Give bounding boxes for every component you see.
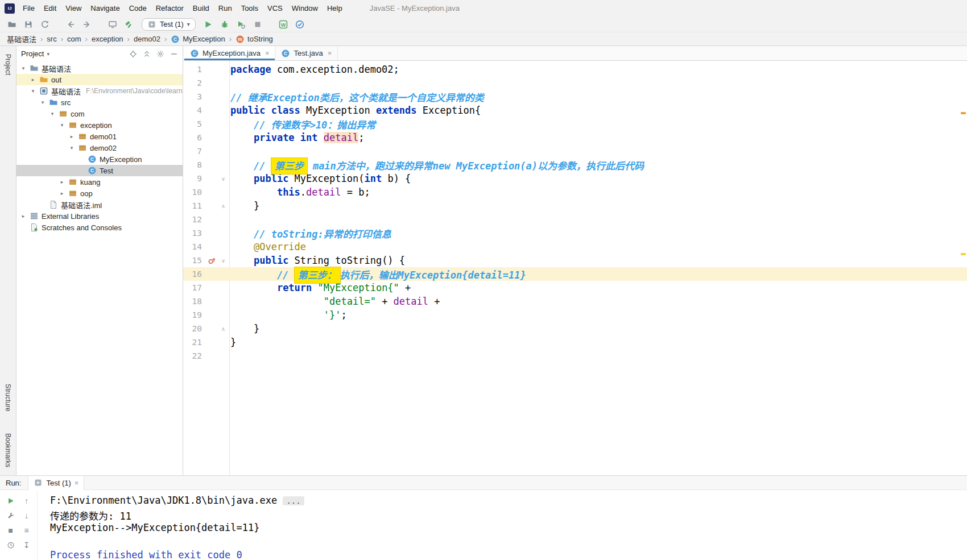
menu-item-vcs[interactable]: VCS <box>263 2 287 14</box>
tree-item[interactable]: ▾基础语法F:\Environment\Java\code\learni <box>16 85 183 97</box>
toolwindow-structure-button[interactable]: Structure <box>4 380 12 415</box>
menu-item-build[interactable]: Build <box>188 2 214 14</box>
editor-scrollbar[interactable] <box>959 61 967 475</box>
chevron-down-icon[interactable]: ▾ <box>68 145 75 151</box>
next-occurrence-button[interactable]: ↓ <box>19 508 35 523</box>
close-icon[interactable]: × <box>75 479 79 487</box>
tree-item[interactable]: ▾src <box>16 97 183 108</box>
code-line[interactable]: 5 // 传递数字>10：抛出异常 <box>183 117 967 131</box>
editor-tab[interactable]: CTest.java× <box>275 46 338 60</box>
back-button[interactable] <box>63 18 77 31</box>
menu-item-run[interactable]: Run <box>214 2 237 14</box>
chevron-right-icon[interactable]: ▸ <box>59 179 65 185</box>
stop-process-button[interactable]: ■ <box>3 523 19 538</box>
stop-button[interactable] <box>251 18 265 31</box>
menu-item-code[interactable]: Code <box>125 2 151 14</box>
code-line[interactable]: 1package com.exception.demo02; <box>183 63 967 76</box>
chevron-down-icon[interactable]: ▾ <box>47 51 49 57</box>
breadcrumb-item[interactable]: 基础语法 <box>6 33 38 45</box>
edit-config-button[interactable] <box>3 508 19 523</box>
build-button[interactable] <box>122 18 136 31</box>
fold-down-icon[interactable]: ∨ <box>217 176 229 182</box>
close-icon[interactable]: × <box>265 49 270 57</box>
prev-occurrence-button[interactable]: ↑ <box>19 493 35 508</box>
menu-item-view[interactable]: View <box>61 2 86 14</box>
code-line[interactable]: 14 @Override <box>183 240 967 254</box>
fold-up-icon[interactable]: ∧ <box>217 326 229 332</box>
tree-item[interactable]: ▾exception <box>16 119 183 131</box>
breadcrumb-item[interactable]: com <box>66 34 82 44</box>
toolwindow-project-button[interactable]: Project <box>4 51 12 78</box>
close-icon[interactable]: × <box>328 49 332 57</box>
gear-icon[interactable] <box>156 50 164 58</box>
code-line[interactable]: 2 <box>183 76 967 90</box>
code-line[interactable]: 13 // toString:异常的打印信息 <box>183 226 967 240</box>
code-line[interactable]: 11∧ } <box>183 199 967 213</box>
breadcrumb-item[interactable]: exception <box>90 34 125 44</box>
debug-button[interactable] <box>218 18 232 31</box>
save-all-button[interactable] <box>21 18 35 31</box>
code-line[interactable]: 12 <box>183 213 967 226</box>
sync-button[interactable] <box>38 18 52 31</box>
code-line[interactable]: 18 "detail=" + detail + <box>183 294 967 308</box>
code-line[interactable]: 19 '}'; <box>183 308 967 322</box>
menu-item-refactor[interactable]: Refactor <box>151 2 188 14</box>
open-button[interactable] <box>5 18 19 31</box>
code-line[interactable]: 4public class MyException extends Except… <box>183 103 967 117</box>
history-button[interactable] <box>3 538 19 553</box>
fold-down-icon[interactable]: ∨ <box>217 258 229 264</box>
tree-item[interactable]: ▾demo02 <box>16 142 183 154</box>
tree-item[interactable]: Scratches and Consoles <box>16 222 183 233</box>
chevron-down-icon[interactable]: ▾ <box>49 111 56 117</box>
toolbar-monitor-button[interactable] <box>105 18 119 31</box>
menu-item-tools[interactable]: Tools <box>237 2 263 14</box>
tree-item[interactable]: ▾com <box>16 108 183 119</box>
hide-panel-icon[interactable] <box>170 50 178 58</box>
rerun-button[interactable] <box>3 493 19 508</box>
menu-item-help[interactable]: Help <box>323 2 347 14</box>
fold-up-icon[interactable]: ∧ <box>217 203 229 209</box>
code-line[interactable]: 20∧ } <box>183 322 967 335</box>
menu-item-window[interactable]: Window <box>287 2 323 14</box>
project-panel-title[interactable]: Project <box>21 49 44 58</box>
chevron-down-icon[interactable]: ▾ <box>59 122 65 128</box>
forward-button[interactable] <box>80 18 94 31</box>
tree-item[interactable]: CMyException <box>16 154 183 165</box>
console-output[interactable]: F:\Environment\Java\JDK1.8\bin\java.exe … <box>38 490 967 560</box>
toolwindow-bookmarks-button[interactable]: Bookmarks <box>4 430 12 471</box>
chevron-down-icon[interactable]: ▾ <box>30 88 36 94</box>
code-line[interactable]: 21} <box>183 335 967 349</box>
fold-ellipsis[interactable]: ... <box>283 496 304 505</box>
chevron-right-icon[interactable]: ▸ <box>30 77 36 82</box>
tree-item[interactable]: ▸demo01 <box>16 131 183 142</box>
override-marker-icon[interactable] <box>206 257 217 264</box>
breadcrumb-item[interactable]: mtoString <box>234 34 274 44</box>
collapse-all-icon[interactable] <box>143 50 151 58</box>
menu-item-navigate[interactable]: Navigate <box>86 2 124 14</box>
chevron-right-icon[interactable]: ▸ <box>20 213 27 219</box>
locate-file-icon[interactable] <box>129 50 137 58</box>
code-line[interactable]: 15∨ public String toString() { <box>183 254 967 267</box>
tree-item[interactable]: ▸External Libraries <box>16 210 183 222</box>
code-line[interactable]: 7 <box>183 144 967 158</box>
tree-item[interactable]: ▸oop <box>16 188 183 199</box>
code-line[interactable]: 16 // 第三步：执行后，输出MyException{detail=11} <box>183 267 967 281</box>
scroll-to-end-button[interactable]: ↧ <box>19 538 35 553</box>
code-line[interactable]: 10 this.detail = b; <box>183 185 967 199</box>
soft-wrap-button[interactable]: ≡ <box>19 523 35 538</box>
chevron-right-icon[interactable]: ▸ <box>59 190 65 196</box>
code-line[interactable]: 3// 继承Exception类后，这个类就是一个自定义异常的类 <box>183 90 967 103</box>
chevron-down-icon[interactable]: ▾ <box>20 65 27 71</box>
plugin-w-button[interactable]: W <box>276 18 291 31</box>
tree-item[interactable]: CTest <box>16 165 183 176</box>
breadcrumb-item[interactable]: CMyException <box>170 34 226 44</box>
check-plugin-button[interactable] <box>293 18 307 31</box>
tree-item[interactable]: ▸out <box>16 74 183 85</box>
breadcrumb-item[interactable]: src <box>46 34 57 44</box>
chevron-right-icon[interactable]: ▸ <box>68 134 75 139</box>
tree-item[interactable]: 基础语法.iml <box>16 199 183 210</box>
tree-item[interactable]: ▾基础语法 <box>16 63 183 74</box>
menu-item-file[interactable]: File <box>18 2 39 14</box>
code-line[interactable]: 22 <box>183 349 967 363</box>
breadcrumb-item[interactable]: demo02 <box>133 34 162 44</box>
